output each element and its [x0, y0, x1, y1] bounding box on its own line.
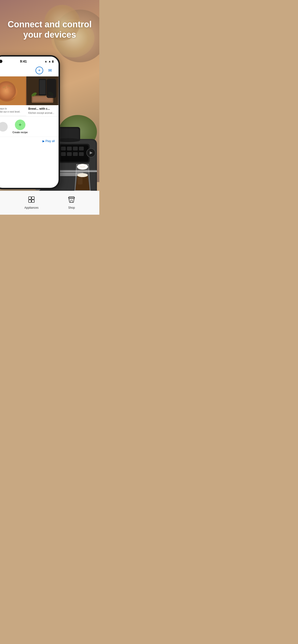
- recipe-card-right-title: Brewi... with c...: [28, 107, 57, 110]
- nav-shop[interactable]: Shop: [68, 196, 75, 210]
- play-all-link[interactable]: ▶ Play all: [43, 140, 55, 143]
- hero-title-line1: Connect and control: [8, 20, 92, 29]
- hero-headline: Connect and control your devices: [5, 19, 95, 40]
- phone-bottom-section: + Create recipe: [0, 116, 59, 136]
- placeholder-icon: [0, 122, 8, 132]
- add-button[interactable]: +: [36, 66, 43, 74]
- mail-button[interactable]: ✉: [46, 66, 54, 74]
- phone-time: 9:41: [20, 60, 27, 63]
- battery-icon: ▮: [52, 60, 54, 63]
- recipe-card-right-desc: Kitchen except aromat...: [28, 112, 57, 114]
- svg-point-66: [78, 164, 87, 169]
- hero-title-line2: your devices: [23, 30, 76, 40]
- svg-point-2: [1, 85, 18, 99]
- shop-nav-label: Shop: [68, 206, 75, 210]
- svg-rect-34: [67, 152, 72, 156]
- svg-point-64: [77, 173, 88, 177]
- svg-rect-15: [33, 97, 52, 102]
- svg-rect-35: [73, 152, 78, 156]
- recipe-card-left-title: el ways to: [0, 107, 25, 110]
- svg-point-3: [0, 86, 9, 96]
- phone-camera: [0, 60, 3, 63]
- svg-rect-68: [29, 197, 31, 199]
- phone-status-bar: 9:41 ▲ ▲ ▮: [0, 56, 59, 65]
- recipe-card-left-text: el ways to o take our e next level.: [0, 105, 26, 115]
- wifi-icon: ▲: [44, 60, 47, 63]
- svg-point-4: [8, 86, 15, 93]
- hero-title-block: Connect and control your devices: [0, 19, 99, 40]
- mail-icon: ✉: [48, 68, 52, 73]
- svg-rect-33: [61, 152, 66, 156]
- svg-rect-71: [32, 200, 34, 202]
- recipe-card-right-text: Brewi... with c... Kitchen except aromat…: [26, 105, 59, 116]
- coffee-cup: [73, 162, 92, 191]
- svg-rect-36: [79, 152, 84, 156]
- appliances-icon: [28, 196, 35, 204]
- phone-mockup: 9:41 ▲ ▲ ▮ + ✉: [0, 55, 60, 189]
- svg-rect-28: [67, 146, 72, 150]
- svg-point-10: [7, 84, 11, 88]
- shop-icon: [68, 196, 75, 204]
- recipe-card-right-image: [26, 76, 59, 105]
- svg-rect-29: [73, 146, 78, 150]
- svg-rect-13: [40, 80, 45, 94]
- svg-rect-30: [79, 146, 84, 150]
- play-all-row: ▶ Play all: [0, 136, 59, 145]
- create-recipe-button[interactable]: + Create recipe: [13, 120, 28, 134]
- bottom-navigation: Appliances Shop: [0, 191, 99, 215]
- svg-point-17: [48, 91, 54, 96]
- svg-point-9: [2, 86, 7, 89]
- svg-point-6: [7, 86, 9, 88]
- recipe-card-left-desc: o take our e next level.: [0, 110, 25, 113]
- phone-action-bar: + ✉: [0, 65, 59, 76]
- svg-point-5: [5, 88, 6, 89]
- latte-glass-svg: [73, 162, 92, 193]
- svg-rect-70: [29, 200, 31, 202]
- svg-rect-69: [32, 197, 34, 199]
- create-recipe-label: Create recipe: [13, 131, 28, 134]
- phone-content-cards: el ways to o take our e next level.: [0, 76, 59, 116]
- phone-status-icons: ▲ ▲ ▮: [44, 60, 54, 63]
- svg-rect-72: [71, 200, 72, 202]
- nav-appliances[interactable]: Appliances: [25, 196, 39, 210]
- signal-icon: ▲: [48, 60, 51, 63]
- recipe-card-left[interactable]: el ways to o take our e next level.: [0, 76, 26, 116]
- svg-point-8: [6, 90, 8, 92]
- recipe-card-right[interactable]: Brewi... with c... Kitchen except aromat…: [26, 76, 59, 116]
- recipe-card-left-image: [0, 76, 26, 105]
- svg-rect-27: [61, 146, 66, 150]
- svg-point-7: [10, 88, 11, 90]
- create-recipe-circle: +: [15, 120, 26, 130]
- appliances-nav-label: Appliances: [25, 206, 39, 210]
- add-icon: +: [38, 68, 41, 73]
